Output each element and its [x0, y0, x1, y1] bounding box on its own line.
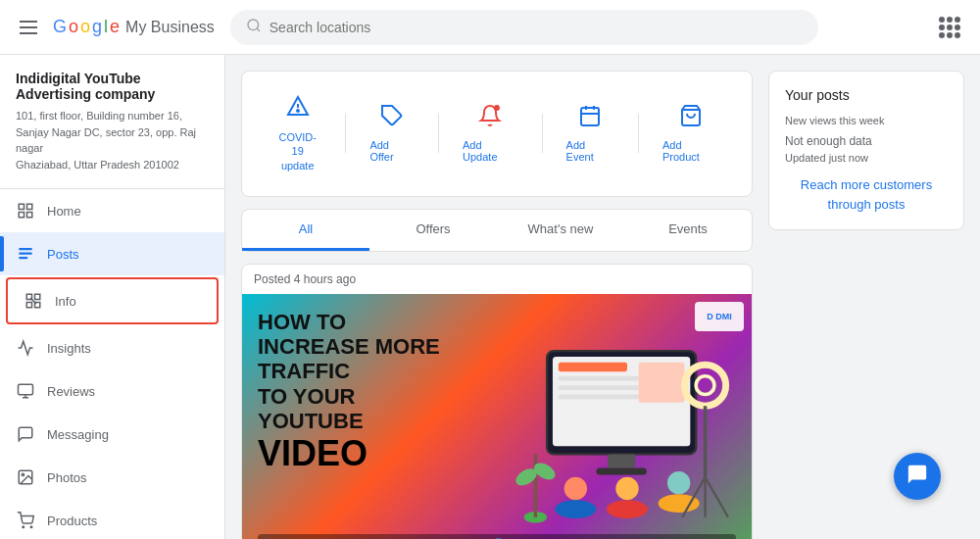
sidebar-item-home[interactable]: Home [0, 189, 224, 232]
event-label: Add Event [566, 139, 614, 163]
sidebar-label-reviews: Reviews [47, 384, 95, 399]
sidebar-item-products[interactable]: Products [0, 499, 224, 539]
separator-2 [438, 114, 439, 153]
logo-o1: o [69, 17, 78, 37]
svg-rect-10 [35, 294, 40, 299]
tab-events[interactable]: Events [624, 210, 752, 251]
search-icon [246, 18, 262, 37]
sidebar-item-messaging[interactable]: Messaging [0, 413, 224, 456]
covid-label: COVID-19 update [273, 130, 321, 172]
reviews-icon [16, 381, 35, 401]
sidebar-label-photos: Photos [47, 470, 86, 485]
post-title-line2: INCREASE MORE [258, 334, 440, 359]
search-bar[interactable] [230, 10, 818, 45]
svg-rect-4 [27, 213, 32, 218]
svg-point-19 [23, 526, 24, 528]
sidebar-label-messaging: Messaging [47, 427, 109, 442]
svg-rect-31 [581, 108, 599, 125]
svg-rect-43 [608, 454, 635, 467]
products-icon [16, 511, 35, 530]
sidebar-item-insights[interactable]: Insights [0, 326, 224, 369]
topbar-right [935, 13, 964, 42]
your-posts-card: Your posts New views this week Not enoug… [768, 71, 964, 230]
svg-rect-2 [19, 204, 24, 209]
separator-1 [345, 114, 346, 153]
separator-3 [542, 114, 543, 153]
sidebar-item-reviews[interactable]: Reviews [0, 369, 224, 413]
svg-point-45 [564, 477, 587, 500]
post-text-block: HOW TO INCREASE MORE TRAFFIC TO YOUR YOU… [258, 310, 520, 474]
tab-whats-new[interactable]: What's new [497, 210, 624, 251]
svg-point-46 [555, 500, 596, 518]
svg-point-47 [615, 477, 638, 500]
sidebar-item-photos[interactable]: Photos [0, 456, 224, 499]
fab-button[interactable] [894, 453, 941, 500]
business-name: Indidigital YouTube Advertising company [16, 71, 209, 102]
hamburger-menu[interactable] [16, 17, 41, 38]
svg-point-0 [248, 20, 259, 30]
sidebar-item-posts[interactable]: Posts [0, 232, 224, 275]
svg-point-20 [30, 526, 32, 528]
offer-icon [380, 104, 404, 133]
sidebar-item-info[interactable]: Info [6, 277, 219, 324]
action-buttons-row: COVID-19 update Add Offer Add Update [241, 71, 753, 197]
post-timestamp: Posted 4 hours ago [242, 265, 752, 294]
logo-e: e [110, 17, 120, 37]
post-image: HOW TO INCREASE MORE TRAFFIC TO YOUR YOU… [242, 294, 752, 539]
post-title-line3: TRAFFIC [258, 359, 350, 383]
covid-button[interactable]: COVID-19 update [258, 87, 337, 180]
topbar: Google My Business [0, 0, 980, 55]
add-event-button[interactable]: Add Event [551, 96, 630, 171]
business-info: Indidigital YouTube Advertising company … [0, 55, 224, 189]
add-update-button[interactable]: Add Update [447, 96, 534, 171]
svg-rect-3 [27, 204, 32, 209]
separator-4 [638, 114, 639, 153]
sidebar-label-posts: Posts [47, 247, 79, 262]
post-illustration [513, 333, 742, 529]
tab-all[interactable]: All [242, 210, 369, 251]
add-product-button[interactable]: Add Product [647, 96, 736, 171]
update-label: Add Update [463, 139, 518, 163]
svg-line-55 [706, 477, 728, 517]
svg-rect-5 [19, 213, 24, 218]
posts-section: COVID-19 update Add Offer Add Update [241, 71, 753, 523]
updated-label: Updated just now [785, 152, 948, 164]
sidebar-label-info: Info [55, 294, 76, 309]
topbar-left: Google My Business [16, 17, 215, 38]
photos-icon [16, 467, 35, 487]
google-logo: Google My Business [53, 17, 215, 37]
svg-point-49 [667, 471, 690, 494]
svg-rect-8 [19, 257, 27, 259]
tab-offers[interactable]: Offers [369, 210, 497, 251]
svg-rect-12 [26, 303, 31, 308]
product-icon [679, 104, 703, 133]
post-footer: 📞 +91-9971778006 ✉ indidigital@gmail.com… [258, 534, 736, 539]
post-title: HOW TO INCREASE MORE TRAFFIC TO YOUR YOU… [258, 310, 520, 474]
sidebar-label-insights: Insights [47, 341, 91, 356]
add-offer-button[interactable]: Add Offer [354, 96, 430, 171]
svg-point-52 [696, 376, 714, 395]
reach-more-link[interactable]: Reach more customers through posts [785, 175, 948, 214]
apps-icon[interactable] [935, 13, 964, 42]
sidebar-right: Your posts New views this week Not enoug… [768, 71, 964, 523]
product-label: Add Product [662, 139, 720, 163]
logo-l: l [104, 17, 108, 37]
svg-rect-40 [559, 385, 651, 390]
covid-icon [286, 95, 310, 124]
logo-o2: o [80, 17, 90, 37]
post-card: Posted 4 hours ago HOW TO INCREASE MORE … [241, 264, 753, 539]
post-title-line1: HOW TO [258, 310, 346, 334]
sidebar-nav: Home Posts Info Insights [0, 189, 224, 539]
svg-point-48 [607, 500, 648, 518]
your-posts-subtitle: New views this week [785, 115, 948, 126]
svg-point-18 [22, 473, 24, 475]
post-title-line5: YOUTUBE [258, 409, 364, 433]
home-icon [16, 201, 35, 220]
svg-rect-44 [596, 467, 646, 474]
svg-point-30 [494, 105, 500, 111]
search-input[interactable] [270, 20, 803, 35]
your-posts-title: Your posts [785, 87, 948, 103]
event-icon [578, 104, 602, 133]
not-enough-data: Not enough data [785, 134, 948, 148]
post-title-line4: TO YOUR [258, 384, 355, 409]
